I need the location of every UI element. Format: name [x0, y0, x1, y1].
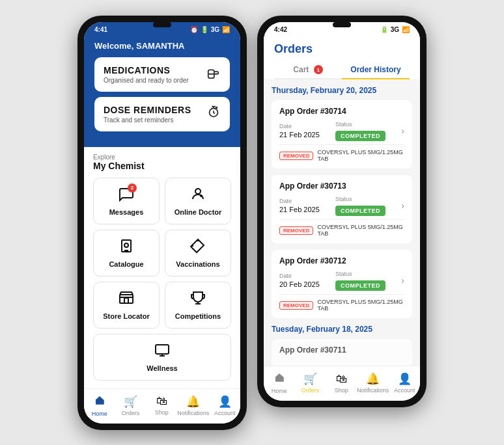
- wellness-label: Wellness: [147, 364, 178, 372]
- phone1-screen: 4:41 ⏰ 🔋 3G 📶 Welcome, SAMANTHA MEDICATI…: [84, 22, 240, 424]
- grid-item-wellness[interactable]: Wellness: [93, 334, 231, 381]
- arrow-30713: ›: [401, 200, 404, 211]
- order-status-col-30713: Status COMPLETED: [335, 196, 385, 215]
- removed-row-30714: REMOVED COVERSYL PLUS 5MG/1.25MG TAB: [279, 144, 404, 162]
- explore-section: Explore My Chemist 2 Messages: [84, 147, 240, 388]
- orders-header: Orders Cart 1 Order History: [264, 36, 420, 80]
- person-icon-2: 👤: [398, 372, 412, 386]
- catalogue-label: Catalogue: [109, 260, 143, 268]
- vaccinations-label: Vaccinations: [176, 260, 219, 268]
- status-label-30713: Status: [335, 196, 385, 202]
- tab-cart[interactable]: Cart 1: [274, 61, 342, 79]
- explore-title: My Chemist: [93, 161, 231, 171]
- catalogue-icon: [119, 238, 134, 254]
- bottom-nav-2: Home 🛒 Orders 🛍 Shop 🔔 Notifications 👤 A…: [264, 366, 420, 401]
- order-number-30712: App Order #30712: [279, 256, 404, 265]
- grid-item-online-doctor[interactable]: Online Doctor: [165, 178, 231, 224]
- tabs-row: Cart 1 Order History: [274, 61, 410, 80]
- nav-orders-2[interactable]: 🛒 Orders: [295, 372, 326, 394]
- order-date-col-30713: Date 21 Feb 2025: [279, 198, 320, 213]
- vaccine-icon: [190, 238, 206, 254]
- notch: [153, 22, 171, 27]
- nav-account-1[interactable]: 👤 Account: [209, 395, 240, 416]
- removed-badge-30713: REMOVED: [279, 226, 313, 235]
- home-svg-2: [273, 371, 285, 383]
- time-1: 4:41: [94, 26, 107, 33]
- nav-notifications-2[interactable]: 🔔 Notifications: [357, 372, 389, 394]
- signal-icon: 📶: [222, 26, 230, 33]
- store-icon-wrap: [119, 290, 134, 310]
- order-row-30714: Date 21 Feb 2025 Status COMPLETED ›: [279, 121, 404, 141]
- shop-icon-2: 🛍: [336, 373, 347, 386]
- nav-notifications-1[interactable]: 🔔 Notifications: [177, 395, 209, 416]
- date-header-2: Tuesday, February 18, 2025: [272, 325, 412, 334]
- doctor-icon-wrap: [190, 186, 206, 206]
- vaccine-icon-wrap: [190, 238, 206, 258]
- doctor-icon: [190, 186, 206, 202]
- svg-rect-10: [156, 345, 169, 354]
- cart-icon: 🛒: [124, 395, 137, 409]
- orders-title: Orders: [274, 40, 410, 61]
- alarm-icon: ⏰: [190, 26, 198, 33]
- bell-icon-2: 🔔: [366, 372, 380, 386]
- medications-card[interactable]: MEDICATIONS Organised and ready to order: [94, 57, 230, 92]
- nav-shop-label-1: Shop: [155, 409, 169, 416]
- order-card-30713[interactable]: App Order #30713 Date 21 Feb 2025 Status…: [272, 175, 412, 243]
- time-2: 4:42: [274, 26, 287, 33]
- grid-item-competitions[interactable]: Competitions: [165, 282, 231, 329]
- nav-orders-label-1: Orders: [122, 410, 140, 416]
- cart-icon-2: 🛒: [303, 372, 317, 386]
- removed-item-30714: COVERSYL PLUS 5MG/1.25MG TAB: [317, 149, 404, 162]
- phone2-screen: 4:42 🔋 3G 📶 Orders Cart 1 Order History: [264, 22, 420, 401]
- person-icon: 👤: [218, 395, 232, 409]
- removed-row-30712: REMOVED COVERSYL PLUS 5MG/1.25MG TAB: [279, 294, 404, 312]
- home-svg: [94, 394, 105, 406]
- network-1: 3G: [211, 26, 219, 33]
- nav-shop-2[interactable]: 🛍 Shop: [326, 373, 357, 394]
- phones-container: 4:41 ⏰ 🔋 3G 📶 Welcome, SAMANTHA MEDICATI…: [77, 16, 427, 430]
- online-doctor-label: Online Doctor: [175, 208, 222, 216]
- grid-item-messages[interactable]: 2 Messages: [93, 178, 160, 224]
- order-card-30711[interactable]: App Order #30711: [272, 339, 412, 366]
- dose-reminders-title: DOSE REMINDERS: [104, 105, 191, 115]
- nav-shop-1[interactable]: 🛍 Shop: [147, 395, 178, 416]
- grid-item-store-locator[interactable]: Store Locator: [93, 282, 160, 329]
- order-date-col-30714: Date 21 Feb 2025: [279, 123, 320, 139]
- nav-orders-1[interactable]: 🛒 Orders: [115, 395, 147, 416]
- nav-home-2[interactable]: Home: [264, 371, 295, 394]
- tab-order-history[interactable]: Order History: [342, 61, 410, 80]
- nav-home-1[interactable]: Home: [84, 394, 115, 417]
- welcome-text: Welcome, SAMANTHA: [94, 41, 230, 51]
- wellness-row: Wellness: [93, 334, 231, 381]
- welcome-label: Welcome,: [94, 41, 136, 51]
- bell-icon: 🔔: [186, 395, 200, 409]
- date-label-30714: Date: [279, 123, 320, 129]
- competition-icon-wrap: [190, 290, 206, 310]
- arrow-30714: ›: [401, 126, 404, 136]
- svg-point-3: [216, 107, 217, 109]
- date-header-1: Thursday, February 20, 2025: [272, 86, 412, 95]
- status-icons-2: 🔋 3G 📶: [380, 26, 410, 33]
- order-card-30712[interactable]: App Order #30712 Date 20 Feb 2025 Status…: [272, 250, 412, 318]
- phone-home: 4:41 ⏰ 🔋 3G 📶 Welcome, SAMANTHA MEDICATI…: [77, 16, 247, 430]
- removed-badge-30714: REMOVED: [279, 152, 313, 160]
- dose-reminders-card[interactable]: DOSE REMINDERS Track and set reminders: [94, 97, 230, 131]
- nav-notifications-label-1: Notifications: [177, 410, 209, 416]
- nav-home-label-1: Home: [92, 411, 107, 417]
- wellness-icon-wrap: [154, 342, 170, 362]
- status-badge-30714: COMPLETED: [335, 131, 385, 141]
- notch-2: [333, 22, 351, 27]
- status-badge-30713: COMPLETED: [335, 206, 385, 216]
- bottom-nav-1: Home 🛒 Orders 🛍 Shop 🔔 Notifications 👤 A…: [84, 388, 240, 424]
- grid-item-vaccinations[interactable]: Vaccinations: [165, 230, 231, 276]
- order-card-30714[interactable]: App Order #30714 Date 21 Feb 2025 Status…: [272, 100, 412, 169]
- orders-content: Thursday, February 20, 2025 App Order #3…: [264, 79, 420, 366]
- grid-item-catalogue[interactable]: Catalogue: [93, 230, 160, 276]
- nav-account-label-1: Account: [214, 410, 236, 416]
- svg-rect-8: [124, 298, 128, 303]
- medications-info: MEDICATIONS Organised and ready to order: [104, 65, 189, 84]
- date-value-30712: 20 Feb 2025: [279, 280, 320, 288]
- network-2: 3G: [391, 26, 399, 33]
- nav-account-2[interactable]: 👤 Account: [389, 372, 420, 394]
- cart-badge: 1: [314, 65, 323, 74]
